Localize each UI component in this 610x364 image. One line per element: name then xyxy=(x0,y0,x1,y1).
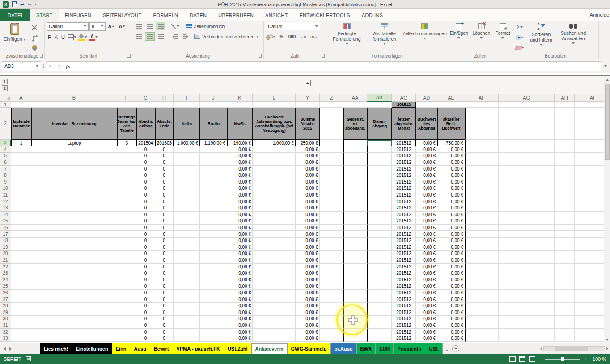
column-header-AB[interactable]: AB xyxy=(367,94,392,102)
cell-AA11[interactable] xyxy=(343,192,367,199)
cell-G2[interactable]: Abschr. Anfang xyxy=(136,108,155,140)
cell-AE30[interactable]: 0,00 € xyxy=(437,316,465,322)
cell-AF8[interactable] xyxy=(465,172,499,179)
cell-B12[interactable] xyxy=(31,198,117,205)
cell-Z22[interactable] xyxy=(320,264,343,270)
column-header-I[interactable]: I xyxy=(174,94,200,102)
cell-Y10[interactable]: 0,00 € xyxy=(296,185,320,192)
cell-L4[interactable] xyxy=(253,146,296,153)
cell-AF11[interactable] xyxy=(465,192,499,199)
column-header-AG[interactable]: AG xyxy=(499,94,555,102)
cell-K12[interactable]: 0,00 € xyxy=(227,198,253,205)
row-header-13[interactable]: 13 xyxy=(0,205,11,212)
cell-AE3[interactable]: 750,00 € xyxy=(437,140,465,146)
row-header-11[interactable]: 11 xyxy=(0,192,11,199)
cell-AD18[interactable]: 0,00 € xyxy=(416,238,437,244)
italic-button[interactable]: K xyxy=(53,33,59,42)
cell-F10[interactable] xyxy=(117,185,136,192)
ribbon-tab-daten[interactable]: DATEN xyxy=(184,9,212,21)
cell-AG26[interactable] xyxy=(499,290,555,297)
cell-AD11[interactable]: 0,00 € xyxy=(416,192,437,199)
cell-J21[interactable] xyxy=(200,257,227,264)
cell-L16[interactable] xyxy=(253,225,296,231)
cell-K24[interactable]: 0,00 € xyxy=(227,276,253,283)
cell-I14[interactable] xyxy=(174,212,200,218)
sheet-tab-eür[interactable]: EÜR xyxy=(376,343,394,354)
cell-AE32[interactable]: 0,00 € xyxy=(437,329,465,335)
cell-I4[interactable] xyxy=(174,146,200,153)
cell-I29[interactable] xyxy=(174,309,200,316)
cell-I18[interactable] xyxy=(174,238,200,244)
cell-K20[interactable]: 0,00 € xyxy=(227,251,253,257)
cell-AC15[interactable]: 201512 xyxy=(392,218,416,225)
cell-Z16[interactable] xyxy=(320,225,343,231)
cell-L30[interactable] xyxy=(253,316,296,322)
cell-AC18[interactable]: 201512 xyxy=(392,238,416,244)
cell-AH11[interactable] xyxy=(555,192,575,199)
cell-AF3[interactable] xyxy=(465,140,499,146)
cell-J2[interactable]: Brutto xyxy=(200,108,227,140)
cell-K29[interactable]: 0,00 € xyxy=(227,309,253,316)
cell-AF16[interactable] xyxy=(465,225,499,231)
cell-K11[interactable]: 0,00 € xyxy=(227,192,253,199)
cell-I32[interactable] xyxy=(174,329,200,335)
row-header-8[interactable]: 8 xyxy=(0,172,11,179)
cell-AC16[interactable]: 201512 xyxy=(392,225,416,231)
cell-B16[interactable] xyxy=(31,225,117,231)
increase-indent-button[interactable] xyxy=(181,32,191,41)
cell-F7[interactable] xyxy=(117,166,136,172)
cell-H19[interactable]: 0 xyxy=(155,244,174,251)
cell-A5[interactable] xyxy=(11,153,31,159)
cell-AE16[interactable]: 0,00 € xyxy=(437,225,465,231)
cell-AB32[interactable] xyxy=(367,329,392,335)
cell-AB11[interactable] xyxy=(367,192,392,199)
cell-AA14[interactable] xyxy=(343,212,367,218)
cell-Y8[interactable]: 0,00 € xyxy=(296,172,320,179)
cell-AD6[interactable]: 0,00 € xyxy=(416,159,437,166)
cell-AG21[interactable] xyxy=(499,257,555,264)
cell-H24[interactable]: 0 xyxy=(155,276,174,283)
cell-AB1[interactable] xyxy=(367,102,392,108)
qat-customize-icon[interactable] xyxy=(34,4,37,5)
cell-I11[interactable] xyxy=(174,192,200,199)
cell-AA33[interactable] xyxy=(343,335,367,342)
cell-Y21[interactable]: 0,00 € xyxy=(296,257,320,264)
cell-AG17[interactable] xyxy=(499,231,555,238)
cell-J10[interactable] xyxy=(200,185,227,192)
row-header-20[interactable]: 20 xyxy=(0,251,11,257)
cell-AA28[interactable] xyxy=(343,303,367,310)
cell-AB9[interactable] xyxy=(367,179,392,186)
row-header-4[interactable]: 4 xyxy=(0,146,11,153)
cell-AC11[interactable]: 201512 xyxy=(392,192,416,199)
cell-AC9[interactable]: 201512 xyxy=(392,179,416,186)
cell-B13[interactable] xyxy=(31,205,117,212)
cell-F27[interactable] xyxy=(117,296,136,303)
cell-L18[interactable] xyxy=(253,238,296,244)
cell-Z28[interactable] xyxy=(320,303,343,310)
cell-AG20[interactable] xyxy=(499,251,555,257)
sheet-tab-privatentn[interactable]: Privatentn xyxy=(394,343,425,354)
cell-K26[interactable]: 0,00 € xyxy=(227,290,253,297)
cell-Z8[interactable] xyxy=(320,172,343,179)
cell-K9[interactable]: 0,00 € xyxy=(227,179,253,186)
cell-AH16[interactable] xyxy=(555,225,575,231)
cell-AA9[interactable] xyxy=(343,179,367,186)
cell-J9[interactable] xyxy=(200,179,227,186)
cell-B30[interactable] xyxy=(31,316,117,322)
column-header-AA[interactable]: AA xyxy=(343,94,367,102)
cell-L17[interactable] xyxy=(253,231,296,238)
alignment-dialog-launcher[interactable] xyxy=(259,54,262,58)
cell-AC7[interactable]: 201512 xyxy=(392,166,416,172)
cell-I25[interactable] xyxy=(174,283,200,290)
redo-button[interactable]: ↪ xyxy=(27,2,32,7)
cell-K4[interactable]: 0,00 € xyxy=(227,146,253,153)
cell-G1[interactable] xyxy=(136,102,155,108)
cell-J29[interactable] xyxy=(200,309,227,316)
cell-K10[interactable]: 0,00 € xyxy=(227,185,253,192)
column-header-AD[interactable]: AD xyxy=(416,94,437,102)
cell-AE23[interactable]: 0,00 € xyxy=(437,270,465,277)
row-header-12[interactable]: 12 xyxy=(0,198,11,205)
cell-AA19[interactable] xyxy=(343,244,367,251)
cell-K15[interactable]: 0,00 € xyxy=(227,218,253,225)
cell-Z23[interactable] xyxy=(320,270,343,277)
